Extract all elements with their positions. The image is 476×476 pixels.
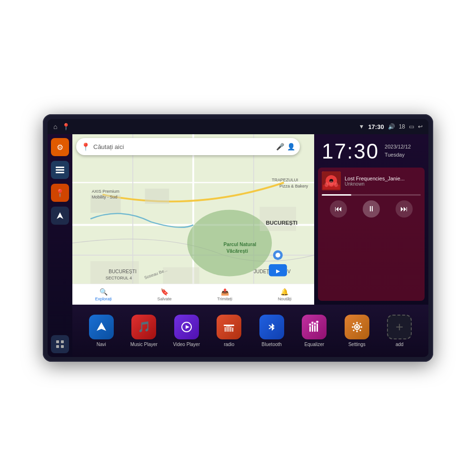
music-text: Lost Frequencies_Janie... Unknown <box>345 176 421 187</box>
progress-fill <box>322 194 351 196</box>
map-nav-explore[interactable]: 🔍 Explorați <box>95 288 112 301</box>
map-bottom-nav: 🔍 Explorați 🔖 Salvate 📤 Trimiteți <box>72 284 314 305</box>
svg-text:Pizza & Bakery: Pizza & Bakery <box>279 184 308 188</box>
svg-marker-45 <box>97 322 106 331</box>
svg-rect-4 <box>56 340 59 343</box>
map-nav-explore-label: Explorați <box>95 297 112 301</box>
svg-point-44 <box>334 182 338 187</box>
map-nav-saved[interactable]: 🔖 Salvate <box>158 288 172 301</box>
content-area: AXIS Premium Mobility - Sud TRAPEZULUI P… <box>72 134 428 357</box>
svg-text:BUCUREȘTI: BUCUREȘTI <box>109 269 137 274</box>
music-title: Lost Frequencies_Janie... <box>345 176 421 181</box>
svg-marker-3 <box>57 212 63 219</box>
clock-date-value: 2023/12/12 <box>385 143 411 151</box>
app-music-label: Music Player <box>130 342 158 347</box>
app-navi[interactable]: Navi <box>84 315 119 347</box>
main-area: ⚙ 📍 <box>48 134 428 357</box>
battery-level: 18 <box>399 123 405 130</box>
svg-rect-56 <box>314 325 316 332</box>
map-nav-saved-label: Salvate <box>158 297 172 301</box>
app-grid: Navi 🎵 Music Player <box>72 305 428 357</box>
svg-point-34 <box>276 253 280 258</box>
svg-text:BUCUREȘTI: BUCUREȘTI <box>266 220 298 226</box>
sidebar-archive-button[interactable] <box>51 161 69 179</box>
svg-text:Parcul Natural: Parcul Natural <box>224 242 257 247</box>
battery-icon: ▭ <box>409 123 414 130</box>
app-video-label: Video Player <box>173 342 200 347</box>
map-nav-news-label: Noutăți <box>278 297 292 301</box>
svg-point-42 <box>325 182 328 187</box>
svg-point-62 <box>356 326 358 328</box>
app-settings[interactable]: Settings <box>340 315 374 347</box>
prev-button[interactable]: ⏮ <box>330 200 347 218</box>
device-screen: ⌂ 📍 ▼ 17:30 🔊 18 ▭ ↩ ⚙ <box>48 119 428 357</box>
app-bluetooth-label: Bluetooth <box>262 342 282 347</box>
app-add[interactable]: + add <box>382 315 416 347</box>
status-bar: ⌂ 📍 ▼ 17:30 🔊 18 ▭ ↩ <box>48 119 428 134</box>
svg-text:▶: ▶ <box>276 268 280 274</box>
map-icon[interactable]: 📍 <box>62 123 70 130</box>
svg-rect-53 <box>232 327 233 332</box>
app-equalizer-label: Equalizer <box>304 342 324 347</box>
next-button[interactable]: ⏭ <box>396 200 413 218</box>
svg-text:AXIS Premium: AXIS Premium <box>92 189 119 194</box>
map-container[interactable]: AXIS Premium Mobility - Sud TRAPEZULUI P… <box>72 134 314 305</box>
svg-rect-50 <box>227 326 228 332</box>
sidebar-settings-button[interactable]: ⚙ <box>51 138 69 156</box>
volume-icon: 🔊 <box>388 123 395 130</box>
app-music-player[interactable]: 🎵 Music Player <box>127 315 161 347</box>
app-settings-label: Settings <box>348 342 366 347</box>
clock-section: 17:30 2023/12/12 Tuesday <box>314 134 428 166</box>
svg-text:TRAPEZULUI: TRAPEZULUI <box>272 178 298 182</box>
clock-day-value: Tuesday <box>385 151 411 159</box>
svg-rect-70 <box>359 323 361 325</box>
app-navi-label: Navi <box>97 342 106 347</box>
app-equalizer[interactable]: Equalizer <box>297 315 331 347</box>
back-icon[interactable]: ↩ <box>418 123 423 130</box>
sidebar-map-button[interactable]: 📍 <box>51 184 69 202</box>
music-player-section: Lost Frequencies_Janie... Unknown ⏮ ⏸ <box>318 168 425 301</box>
wifi-icon: ▼ <box>359 123 365 130</box>
sidebar-grid-button[interactable] <box>51 335 69 353</box>
svg-rect-52 <box>230 327 231 332</box>
play-pause-button[interactable]: ⏸ <box>363 200 380 218</box>
music-controls: ⏮ ⏸ ⏭ <box>322 200 421 218</box>
svg-rect-63 <box>356 322 357 324</box>
clock-status: 17:30 <box>368 123 384 130</box>
progress-bar[interactable] <box>322 194 421 196</box>
music-info: Lost Frequencies_Janie... Unknown <box>322 171 421 190</box>
map-search-placeholder: Căutați aici <box>93 143 276 150</box>
svg-rect-17 <box>145 188 169 204</box>
sidebar-nav-button[interactable] <box>51 207 69 225</box>
app-bluetooth[interactable]: Bluetooth <box>255 315 289 347</box>
svg-rect-55 <box>312 324 313 332</box>
app-video-player[interactable]: Video Player <box>169 315 204 347</box>
status-left-icons: ⌂ 📍 <box>53 123 70 130</box>
map-search-bar[interactable]: 📍 Căutați aici 🎤 👤 <box>76 138 300 155</box>
account-icon[interactable]: 👤 <box>287 143 295 150</box>
device-frame: ⌂ 📍 ▼ 17:30 🔊 18 ▭ ↩ ⚙ <box>43 114 433 362</box>
svg-rect-66 <box>360 327 362 328</box>
app-radio-label: radio <box>224 342 234 347</box>
clock-date-display: 2023/12/12 Tuesday <box>385 141 411 159</box>
svg-rect-57 <box>317 323 318 332</box>
svg-rect-1 <box>56 169 64 171</box>
google-maps-pin-icon: 📍 <box>81 142 90 151</box>
player-panel: 17:30 2023/12/12 Tuesday <box>314 134 428 305</box>
map-nav-share-label: Trimiteți <box>217 297 232 301</box>
map-nav-news[interactable]: 🔔 Noutăți <box>278 288 292 301</box>
top-row: AXIS Premium Mobility - Sud TRAPEZULUI P… <box>72 134 428 305</box>
svg-text:Mobility - Sud: Mobility - Sud <box>92 195 118 199</box>
svg-rect-18 <box>260 207 296 231</box>
svg-rect-69 <box>353 329 355 331</box>
app-radio[interactable]: radio <box>212 315 246 347</box>
svg-rect-64 <box>356 330 357 332</box>
map-nav-share[interactable]: 📤 Trimiteți <box>217 288 232 301</box>
left-sidebar: ⚙ 📍 <box>48 134 72 357</box>
svg-rect-65 <box>352 327 354 328</box>
music-artist: Unknown <box>345 181 421 187</box>
map-search-actions: 🎤 👤 <box>276 143 295 150</box>
svg-rect-51 <box>228 325 229 332</box>
home-icon[interactable]: ⌂ <box>53 123 57 130</box>
microphone-icon[interactable]: 🎤 <box>276 143 284 150</box>
